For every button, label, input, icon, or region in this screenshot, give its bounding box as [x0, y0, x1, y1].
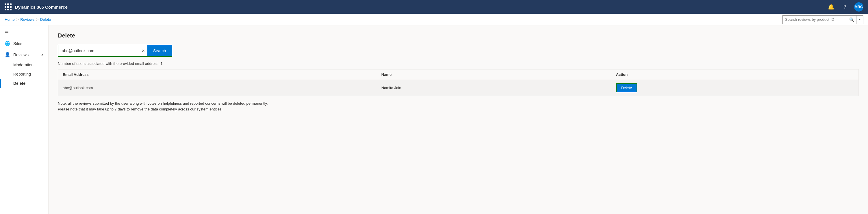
sidebar-item-reporting[interactable]: Reporting [0, 70, 48, 79]
notification-icon[interactable]: 🔔 [827, 2, 836, 11]
note-text: Note: all the reviews submitted by the u… [58, 101, 277, 112]
sidebar-reporting-label: Reporting [13, 72, 31, 76]
app-title: Dynamics 365 Commerce [15, 5, 823, 9]
breadcrumb: Home > Reviews > Delete [5, 17, 51, 22]
results-info: Number of users associated with the prov… [58, 62, 859, 66]
col-email: Email Address [58, 70, 377, 80]
search-button[interactable]: Search [147, 45, 172, 56]
sidebar-item-reviews-label: Reviews [13, 52, 29, 57]
breadcrumb-reviews[interactable]: Reviews [20, 17, 34, 22]
app-launcher-icon[interactable] [5, 3, 11, 10]
email-search-input[interactable] [58, 45, 139, 56]
breadcrumb-sep2: > [36, 17, 38, 22]
header-search-button[interactable]: 🔍 [847, 15, 856, 24]
page-title: Delete [58, 32, 859, 39]
sidebar-item-moderation[interactable]: Moderation [0, 60, 48, 70]
cell-name: Namita Jain [377, 80, 612, 96]
breadcrumb-bar: Home > Reviews > Delete 🔍 ▾ [0, 14, 868, 25]
cell-action: Delete [612, 80, 859, 96]
help-icon[interactable]: ? [840, 2, 849, 11]
user-avatar[interactable]: MRG [854, 2, 863, 11]
sidebar-sub-menu: Moderation Reporting Delete [0, 60, 48, 88]
sites-icon: 🌐 [5, 41, 10, 46]
chevron-up-icon: ∧ [41, 53, 43, 57]
col-action: Action [612, 70, 859, 80]
table-row: abc@outlook.com Namita Jain Delete [58, 80, 859, 96]
breadcrumb-sep1: > [17, 17, 19, 22]
breadcrumb-home[interactable]: Home [5, 17, 15, 22]
search-section: ✕ Search [58, 45, 172, 57]
header-search-box[interactable]: 🔍 ▾ [782, 15, 863, 24]
sidebar-item-sites[interactable]: 🌐 Sites [0, 38, 48, 49]
header-search-dropdown[interactable]: ▾ [856, 15, 863, 24]
top-navigation: Dynamics 365 Commerce 🔔 ? MRG [0, 0, 868, 14]
sidebar-collapse-button[interactable]: ☰ [0, 28, 48, 38]
header-search-input[interactable] [783, 15, 847, 24]
nav-icons: 🔔 ? MRG [827, 2, 863, 11]
main-layout: ☰ 🌐 Sites 👤 Reviews ∧ Moderation Reporti… [0, 25, 868, 214]
breadcrumb-current: Delete [40, 17, 51, 22]
sidebar-delete-label: Delete [13, 81, 25, 86]
sidebar-item-delete[interactable]: Delete [0, 79, 48, 88]
sidebar-item-sites-label: Sites [13, 41, 22, 46]
search-clear-button[interactable]: ✕ [139, 48, 147, 53]
sidebar-item-reviews[interactable]: 👤 Reviews ∧ [0, 49, 48, 60]
content-area: Delete ✕ Search Number of users associat… [49, 25, 868, 214]
cell-email: abc@outlook.com [58, 80, 377, 96]
sidebar: ☰ 🌐 Sites 👤 Reviews ∧ Moderation Reporti… [0, 25, 49, 214]
reviews-icon: 👤 [5, 52, 10, 58]
table-header-row: Email Address Name Action [58, 70, 859, 80]
delete-action-button[interactable]: Delete [616, 83, 638, 92]
col-name: Name [377, 70, 612, 80]
sidebar-moderation-label: Moderation [13, 63, 33, 67]
results-table: Email Address Name Action abc@outlook.co… [58, 69, 859, 96]
